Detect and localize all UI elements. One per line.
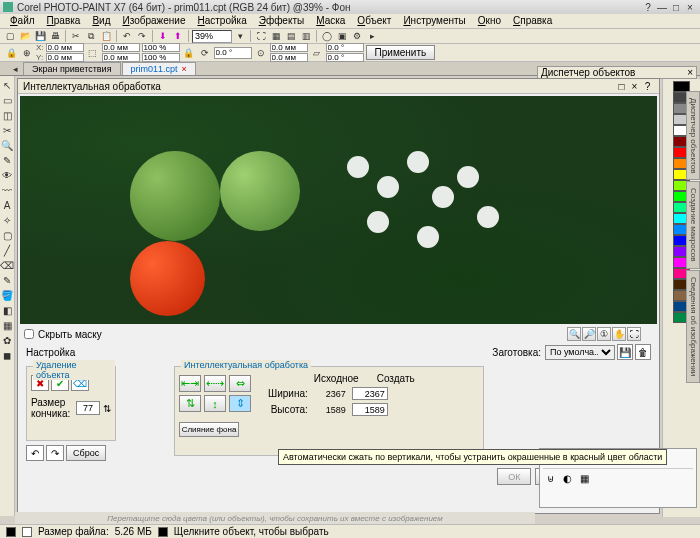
copy-icon[interactable]: ⧉ — [84, 30, 98, 43]
rotate-icon[interactable]: ⟳ — [198, 46, 212, 59]
mask-icon[interactable]: ◯ — [320, 30, 334, 43]
image-spray-tool-icon[interactable]: ✿ — [1, 334, 13, 346]
fg-swatch[interactable] — [6, 527, 16, 537]
effect-tool-icon[interactable]: ✧ — [1, 214, 13, 226]
undo-brush-icon[interactable]: ↶ — [26, 445, 44, 461]
expand-v-icon[interactable]: ↕ — [204, 395, 226, 412]
dialog-close-icon[interactable]: × — [628, 81, 641, 92]
rulers-icon[interactable]: ▦ — [269, 30, 283, 43]
interactive-fill-tool-icon[interactable]: ◧ — [1, 304, 13, 316]
help-icon[interactable]: ? — [641, 1, 655, 13]
zoom-dropdown-icon[interactable]: ▾ — [233, 30, 247, 43]
aspect-lock-icon[interactable]: 🔒 — [182, 46, 196, 59]
line-tool-icon[interactable]: ╱ — [1, 244, 13, 256]
print-icon[interactable]: 🖶 — [48, 30, 62, 43]
save-icon[interactable]: 💾 — [33, 30, 47, 43]
reset-button[interactable]: Сброс — [66, 445, 106, 461]
apply-button[interactable]: Применить — [366, 45, 436, 60]
menu-adjust[interactable]: Настройка — [191, 14, 252, 28]
import-icon[interactable]: ⬇ — [156, 30, 170, 43]
group-icon[interactable]: ▦ — [577, 472, 591, 485]
cut-icon[interactable]: ✂ — [69, 30, 83, 43]
sidetab-macros[interactable]: Создание макросов — [686, 181, 700, 268]
menu-edit[interactable]: Правка — [41, 14, 87, 28]
fit-icon[interactable]: ⛶ — [627, 327, 641, 341]
zoom-100-icon[interactable]: ① — [597, 327, 611, 341]
auto-h-icon[interactable]: ⇔ — [229, 375, 251, 392]
tab-welcome[interactable]: Экран приветствия — [23, 62, 121, 75]
save-preset-icon[interactable]: 💾 — [617, 344, 633, 360]
fill-swatch[interactable] — [158, 527, 168, 537]
rect-tool-icon[interactable]: ▢ — [1, 229, 13, 241]
new-icon[interactable]: ▢ — [3, 30, 17, 43]
size-icon[interactable]: ⬚ — [86, 46, 100, 59]
h-field[interactable] — [102, 53, 140, 62]
clone-tool-icon[interactable]: ✎ — [1, 154, 13, 166]
menu-mask[interactable]: Маска — [310, 14, 351, 28]
skew-icon[interactable]: ▱ — [310, 46, 324, 59]
height-new-field[interactable] — [352, 403, 388, 416]
sx-field[interactable] — [142, 43, 180, 52]
skx-field[interactable] — [326, 43, 364, 52]
center-icon[interactable]: ⊙ — [254, 46, 268, 59]
delete-preset-icon[interactable]: 🗑 — [635, 344, 651, 360]
pos-icon[interactable]: ⊕ — [20, 46, 34, 59]
close-icon[interactable]: × — [683, 1, 697, 13]
contract-v-icon[interactable]: ⇅ — [179, 395, 201, 412]
sidetab-imageinfo[interactable]: Сведения об изображении — [686, 270, 700, 383]
dropper-tool-icon[interactable]: ✎ — [1, 274, 13, 286]
redeye-tool-icon[interactable]: 👁 — [1, 169, 13, 181]
cx-field[interactable] — [270, 43, 308, 52]
minimize-icon[interactable]: — — [655, 1, 669, 13]
bg-swatch[interactable] — [22, 527, 32, 537]
expand-h-icon[interactable]: ⇠⇢ — [204, 375, 226, 392]
undo-icon[interactable]: ↶ — [120, 30, 134, 43]
brush-size-field[interactable] — [76, 401, 100, 415]
zoom-field[interactable] — [192, 30, 232, 43]
eraser-tool-icon[interactable]: ⌫ — [1, 259, 13, 271]
sky-field[interactable] — [326, 53, 364, 62]
auto-v-icon[interactable]: ⇕ — [229, 395, 251, 412]
preset-select[interactable]: По умолча... — [545, 345, 615, 360]
redo-icon[interactable]: ↷ — [135, 30, 149, 43]
zoom-tool-icon[interactable]: 🔍 — [1, 139, 13, 151]
pan-icon[interactable]: ✋ — [612, 327, 626, 341]
maximize-icon[interactable]: □ — [669, 1, 683, 13]
menu-view[interactable]: Вид — [86, 14, 116, 28]
ok-button[interactable]: ОК — [497, 468, 531, 485]
zoom-in-icon[interactable]: 🔍 — [567, 327, 581, 341]
rot-field[interactable] — [214, 47, 252, 59]
liquid-tool-icon[interactable]: 〰 — [1, 184, 13, 196]
preview-canvas[interactable] — [20, 96, 657, 324]
dialog-maximize-icon[interactable]: □ — [615, 81, 628, 92]
crop-tool-icon[interactable]: ✂ — [1, 124, 13, 136]
contract-h-icon[interactable]: ⇤⇥ — [179, 375, 201, 392]
menu-file[interactable]: Файл — [4, 14, 41, 28]
options-icon[interactable]: ⚙ — [350, 30, 364, 43]
merge-down-icon[interactable]: ⊎ — [543, 472, 557, 485]
menu-tools[interactable]: Инструменты — [397, 14, 471, 28]
fill-tool-icon[interactable]: 🪣 — [1, 289, 13, 301]
tab-scroll-left-icon[interactable]: ◂ — [8, 62, 22, 75]
guides-icon[interactable]: ▥ — [299, 30, 313, 43]
brush-size-spinner-icon[interactable]: ⇅ — [103, 403, 111, 414]
redo-brush-icon[interactable]: ↷ — [46, 445, 64, 461]
menu-effects[interactable]: Эффекты — [253, 14, 310, 28]
pick-tool-icon[interactable]: ↖ — [1, 79, 13, 91]
w-field[interactable] — [102, 43, 140, 52]
mask-rect-tool-icon[interactable]: ▭ — [1, 94, 13, 106]
opacity-icon[interactable]: ◐ — [560, 472, 574, 485]
menu-help[interactable]: Справка — [507, 14, 558, 28]
dock-close-icon[interactable]: × — [687, 67, 693, 78]
zoom-out-icon[interactable]: 🔎 — [582, 327, 596, 341]
paste-icon[interactable]: 📋 — [99, 30, 113, 43]
lock-icon[interactable]: 🔒 — [4, 46, 18, 59]
export-icon[interactable]: ⬆ — [171, 30, 185, 43]
menu-window[interactable]: Окно — [472, 14, 507, 28]
bg-blend-button[interactable]: Слияние фона — [179, 422, 239, 437]
shadow-tool-icon[interactable]: ◼ — [1, 349, 13, 361]
x-field[interactable] — [46, 43, 84, 52]
mask-overlay-icon[interactable]: ▣ — [335, 30, 349, 43]
tab-document[interactable]: prim011.cpt — [122, 62, 196, 75]
sidetab-objects[interactable]: Диспетчер объектов — [686, 91, 700, 180]
